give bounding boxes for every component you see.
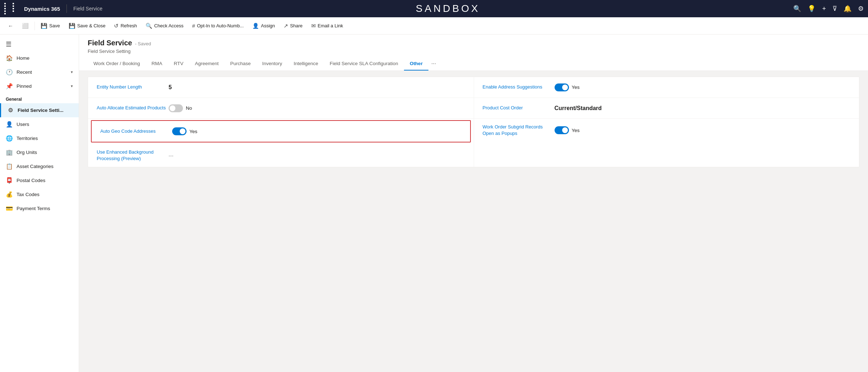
payment-terms-icon: 💳 [6, 205, 13, 212]
filter-icon[interactable]: ⊽ [832, 5, 837, 13]
tab-inventory[interactable]: Inventory [256, 57, 288, 71]
auto-geo-code-label: Auto Geo Code Addresses [100, 128, 172, 135]
search-icon[interactable]: 🔍 [793, 5, 801, 13]
tab-sla-config[interactable]: Field Service SLA Configuration [324, 57, 404, 71]
top-nav-icons: 🔍 💡 + ⊽ 🔔 ⚙ [793, 5, 864, 13]
sidebar-item-payment-terms[interactable]: 💳 Payment Terms [0, 201, 79, 216]
sidebar-item-postal-codes[interactable]: 📮 Postal Codes [0, 173, 79, 187]
sidebar: ☰ 🏠 Home 🕐 Recent ▾ 📌 Pinned ▾ General ⚙… [0, 35, 79, 372]
auto-allocate-label: Auto Allocate Estimated Products [97, 105, 169, 111]
form-content: Entity Number Length 5 Auto Allocate Est… [79, 71, 868, 173]
form-left-col: Entity Number Length 5 Auto Allocate Est… [88, 77, 474, 167]
enable-address-suggestions-toggle[interactable] [555, 83, 569, 91]
enable-address-suggestions-row: Enable Address Suggestions Yes [474, 77, 859, 98]
tab-rtv[interactable]: RTV [168, 57, 189, 71]
app-grid-icon[interactable] [4, 3, 20, 14]
top-nav: Dynamics 365 Field Service SANDBOX 🔍 💡 +… [0, 0, 868, 17]
tab-purchase[interactable]: Purchase [224, 57, 256, 71]
recent-icon: 🕐 [6, 69, 13, 76]
sidebar-item-field-service-settings[interactable]: ⚙ Field Service Setti... [0, 103, 79, 117]
sidebar-item-asset-categories[interactable]: 📋 Asset Categories [0, 159, 79, 173]
opt-in-icon: # [192, 23, 195, 29]
cmd-sep-1 [35, 22, 35, 30]
form-right-col: Enable Address Suggestions Yes Product C… [474, 77, 859, 167]
back-icon: ← [8, 23, 13, 29]
auto-geo-code-toggle-group: Yes [172, 127, 197, 135]
form-grid: Entity Number Length 5 Auto Allocate Est… [88, 77, 859, 167]
back-button[interactable]: ← [4, 21, 17, 31]
auto-allocate-toggle-label: No [186, 105, 192, 111]
share-icon: ↗ [284, 23, 288, 29]
save-close-button[interactable]: 💾 Save & Close [65, 21, 109, 31]
product-cost-order-row: Product Cost Order Current/Standard [474, 98, 859, 119]
recent-chevron: ▾ [71, 70, 73, 74]
asset-categories-icon: 📋 [6, 163, 13, 170]
use-enhanced-background-label: Use Enhanced Background Processing (Prev… [97, 149, 169, 162]
sidebar-item-recent[interactable]: 🕐 Recent ▾ [0, 65, 79, 79]
tax-codes-icon: 💰 [6, 191, 13, 198]
email-link-button[interactable]: ✉ Email a Link [308, 21, 347, 31]
tab-work-order-booking[interactable]: Work Order / Booking [88, 57, 146, 71]
bell-icon[interactable]: 🔔 [844, 5, 851, 13]
app-name: Field Service [73, 6, 102, 12]
save-icon: 💾 [41, 23, 47, 29]
work-order-subgrid-toggle-label: Yes [572, 128, 580, 133]
auto-geo-code-toggle-label: Yes [189, 129, 197, 134]
refresh-icon: ↺ [114, 23, 119, 29]
pinned-icon: 📌 [6, 83, 13, 90]
auto-allocate-row: Auto Allocate Estimated Products No [88, 98, 474, 119]
tab-other[interactable]: Other [404, 57, 428, 71]
tab-intelligence[interactable]: Intelligence [288, 57, 324, 71]
enable-address-suggestions-label: Enable Address Suggestions [483, 84, 555, 90]
field-service-settings-icon: ⚙ [7, 107, 14, 114]
territories-icon: 🌐 [6, 135, 13, 142]
use-enhanced-background-value: --- [169, 153, 174, 158]
enable-address-suggestions-toggle-group: Yes [555, 83, 580, 91]
enable-address-suggestions-toggle-label: Yes [572, 85, 580, 90]
tab-more-button[interactable]: ··· [428, 57, 439, 71]
sandbox-title: SANDBOX [107, 3, 789, 14]
refresh-button[interactable]: ↺ Refresh [110, 21, 141, 31]
page-entity-title: Field Service [88, 39, 132, 47]
product-cost-order-label: Product Cost Order [483, 105, 555, 111]
hamburger-icon[interactable]: ☰ [0, 37, 79, 51]
entity-number-length-row: Entity Number Length 5 [88, 77, 474, 98]
sidebar-item-org-units[interactable]: 🏢 Org Units [0, 145, 79, 159]
check-access-button[interactable]: 🔍 Check Access [142, 21, 187, 31]
sidebar-item-users[interactable]: 👤 Users [0, 117, 79, 131]
product-cost-order-value: Current/Standard [555, 105, 602, 112]
org-units-icon: 🏢 [6, 149, 13, 156]
work-order-subgrid-toggle[interactable] [555, 126, 569, 134]
opt-in-button[interactable]: # Opt-In to Auto-Numb... [189, 21, 247, 31]
home-icon: 🏠 [6, 55, 13, 62]
sidebar-item-home[interactable]: 🏠 Home [0, 51, 79, 65]
tab-agreement[interactable]: Agreement [189, 57, 224, 71]
sidebar-item-pinned[interactable]: 📌 Pinned ▾ [0, 79, 79, 93]
lightbulb-icon[interactable]: 💡 [808, 5, 816, 13]
sidebar-item-territories[interactable]: 🌐 Territories [0, 131, 79, 145]
page-header: Field Service - Saved Field Service Sett… [79, 35, 868, 71]
entity-number-length-label: Entity Number Length [97, 84, 169, 90]
form-card: Entity Number Length 5 Auto Allocate Est… [88, 77, 859, 167]
assign-button[interactable]: 👤 Assign [249, 21, 279, 31]
share-button[interactable]: ↗ Share [280, 21, 306, 31]
auto-allocate-toggle-group: No [169, 104, 192, 112]
plus-icon[interactable]: + [822, 5, 826, 13]
auto-geo-code-toggle[interactable] [172, 127, 187, 135]
pinned-chevron: ▾ [71, 84, 73, 89]
check-access-icon: 🔍 [146, 23, 152, 29]
auto-geo-code-highlight-wrapper: Auto Geo Code Addresses Yes [91, 120, 471, 142]
content-area: Field Service - Saved Field Service Sett… [79, 35, 868, 372]
settings-icon[interactable]: ⚙ [858, 5, 864, 13]
sidebar-item-tax-codes[interactable]: 💰 Tax Codes [0, 187, 79, 201]
page-saved-status: - Saved [135, 41, 151, 46]
auto-allocate-toggle[interactable] [169, 104, 183, 112]
work-order-subgrid-row: Work Order Subgrid Records Open as Popup… [474, 119, 859, 142]
tab-rma[interactable]: RMA [146, 57, 168, 71]
postal-codes-icon: 📮 [6, 177, 13, 184]
save-button[interactable]: 💾 Save [37, 21, 64, 31]
auto-geo-code-row: Auto Geo Code Addresses Yes [92, 121, 470, 142]
open-in-new-button[interactable]: ⬜ [18, 21, 32, 31]
page-subtitle: Field Service Setting [88, 49, 859, 54]
entity-number-length-value: 5 [169, 84, 172, 91]
